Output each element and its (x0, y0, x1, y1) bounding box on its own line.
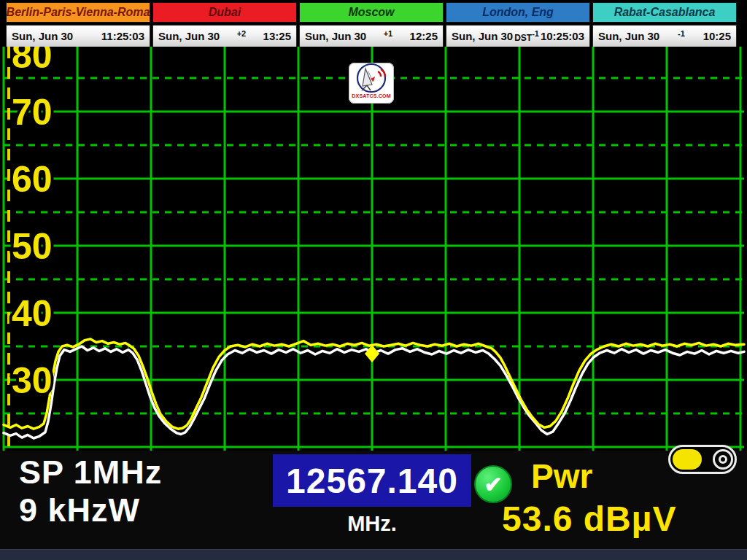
clock-time-berlin: Sun, Jun 30 11:25:03 (6, 25, 150, 47)
time-label: 10:25 (703, 30, 731, 42)
date-label: Sun, Jun 30 (598, 30, 659, 42)
dxsatcs-logo: DXSATCS.COM (349, 63, 394, 104)
y-tick-label: 70 (12, 92, 53, 133)
world-clock-bar: Berlin-Paris-Vienna-Roma Sun, Jun 30 11:… (6, 2, 737, 47)
rbw-label: 9 kHzW (19, 491, 162, 529)
bottom-readout-bar: SP 1MHz 9 kHzW 12567.140 MHz. ✔ Pwr 53.6… (0, 451, 747, 549)
y-tick-label: 40 (12, 293, 53, 334)
center-marker (365, 345, 379, 362)
toggle-ring-icon (713, 449, 733, 470)
bottom-status-strip (0, 549, 747, 560)
tz-offset-label: +1 (384, 29, 393, 43)
city-row: Berlin-Paris-Vienna-Roma Sun, Jun 30 11:… (6, 2, 737, 47)
y-tick-label: 30 (12, 360, 53, 401)
clock-time-rabat: Sun, Jun 30 -1 10:25 (592, 25, 737, 47)
date-label: Sun, Jun 30 (158, 30, 220, 42)
date-label: Sun, Jun 30 (452, 30, 513, 42)
y-tick-label: 80 (12, 47, 53, 76)
time-label: 10:25:03 (541, 30, 584, 42)
city-name-berlin: Berlin-Paris-Vienna-Roma (6, 2, 150, 23)
clock-berlin: Berlin-Paris-Vienna-Roma Sun, Jun 30 11:… (6, 2, 150, 47)
frequency-unit-label: MHz. (273, 512, 471, 536)
city-name-rabat: Rabat-Casablanca (592, 2, 737, 23)
time-label: 13:25 (263, 30, 291, 42)
city-name-london: London, Eng (446, 2, 590, 23)
spectrum-plot-area: 807060504030 (0, 47, 747, 451)
frequency-display[interactable]: 12567.140 (273, 454, 471, 507)
date-label: Sun, Jun 30 (12, 30, 73, 42)
tz-offset-label: +2 (237, 29, 247, 43)
y-tick-label: 50 (12, 226, 53, 267)
spectrum-chart: 807060504030 (0, 47, 747, 451)
clock-time-london: Sun, Jun 30 DST-1 10:25:03 (446, 25, 590, 47)
span-rbw-block: SP 1MHz 9 kHzW (19, 454, 162, 529)
time-label: 11:25:03 (101, 30, 144, 42)
lock-check-icon: ✔ (474, 465, 512, 503)
power-toggle[interactable] (668, 445, 737, 474)
satellite-dish-icon (353, 63, 390, 95)
tz-offset-label: DST-1 (514, 29, 539, 43)
clock-dubai: Dubai Sun, Jun 30 +2 13:25 (152, 2, 297, 47)
clock-time-moscow: Sun, Jun 30 +1 12:25 (299, 25, 444, 47)
clock-rabat: Rabat-Casablanca Sun, Jun 30 -1 10:25 (592, 2, 737, 47)
span-label: SP 1MHz (19, 454, 162, 491)
clock-london: London, Eng Sun, Jun 30 DST-1 10:25:03 (446, 2, 590, 47)
city-name-dubai: Dubai (152, 2, 297, 23)
tz-offset-label: -1 (678, 29, 685, 43)
clock-moscow: Moscow Sun, Jun 30 +1 12:25 (299, 2, 444, 47)
logo-text: DXSATCS.COM (352, 93, 390, 98)
time-label: 12:25 (410, 30, 438, 42)
date-label: Sun, Jun 30 (305, 30, 366, 42)
power-label: Pwr (531, 456, 592, 496)
toggle-knob (673, 449, 702, 470)
clock-time-dubai: Sun, Jun 30 +2 13:25 (152, 25, 297, 47)
y-tick-label: 60 (12, 159, 53, 200)
power-value: 53.6 dBµV (502, 499, 676, 539)
city-name-moscow: Moscow (299, 2, 444, 23)
